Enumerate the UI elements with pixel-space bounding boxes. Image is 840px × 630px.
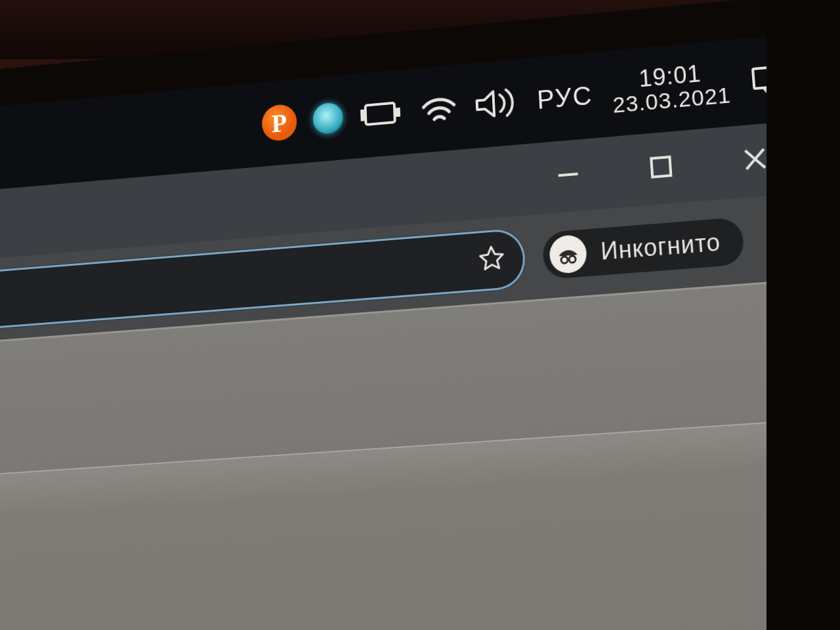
svg-rect-2 — [360, 110, 366, 121]
taskbar-clock[interactable]: 19:01 23.03.2021 — [610, 59, 732, 117]
wifi-icon[interactable] — [419, 91, 459, 125]
svg-point-8 — [561, 257, 568, 264]
incognito-icon — [549, 234, 587, 275]
tray-app-p-icon[interactable]: P — [261, 103, 297, 142]
screen-area: P РУС 19:01 23.03.2021 — [0, 33, 840, 630]
volume-icon[interactable] — [474, 85, 522, 121]
incognito-indicator-chip[interactable]: Инкогнито — [542, 217, 746, 280]
svg-rect-1 — [396, 108, 400, 117]
window-maximize-button[interactable] — [645, 150, 678, 186]
svg-rect-0 — [365, 103, 394, 125]
svg-point-9 — [569, 256, 576, 263]
svg-rect-5 — [651, 157, 671, 177]
clock-date: 23.03.2021 — [612, 83, 732, 117]
system-tray: P РУС — [261, 77, 593, 142]
tray-app-p-letter: P — [271, 107, 287, 138]
battery-icon[interactable] — [359, 98, 404, 129]
incognito-label: Инкогнито — [600, 228, 721, 266]
bookmark-star-icon[interactable] — [476, 243, 507, 277]
monitor-bezel-right — [766, 0, 840, 630]
window-minimize-button[interactable] — [553, 158, 585, 194]
svg-line-4 — [558, 174, 578, 175]
tray-app-status-icon[interactable] — [312, 102, 343, 135]
input-language-indicator[interactable]: РУС — [536, 81, 593, 115]
